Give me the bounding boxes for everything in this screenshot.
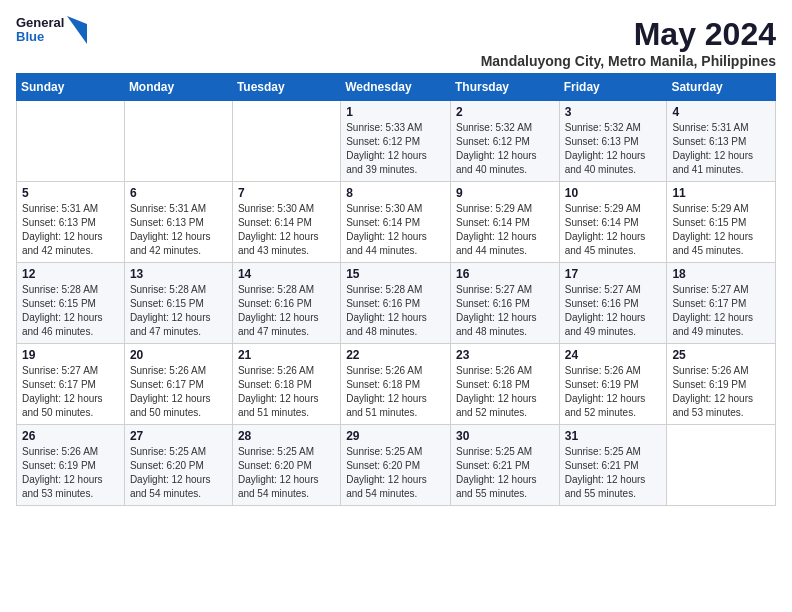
- day-info: Sunrise: 5:27 AM Sunset: 6:17 PM Dayligh…: [22, 364, 119, 420]
- logo-general: General: [16, 16, 64, 30]
- calendar-cell: 13Sunrise: 5:28 AM Sunset: 6:15 PM Dayli…: [124, 263, 232, 344]
- calendar-cell: 2Sunrise: 5:32 AM Sunset: 6:12 PM Daylig…: [450, 101, 559, 182]
- page-header: General Blue May 2024 Mandaluyong City, …: [16, 16, 776, 69]
- day-number: 25: [672, 348, 770, 362]
- day-number: 30: [456, 429, 554, 443]
- day-number: 28: [238, 429, 335, 443]
- calendar-cell: 5Sunrise: 5:31 AM Sunset: 6:13 PM Daylig…: [17, 182, 125, 263]
- svg-marker-0: [67, 16, 87, 44]
- day-number: 11: [672, 186, 770, 200]
- day-info: Sunrise: 5:31 AM Sunset: 6:13 PM Dayligh…: [130, 202, 227, 258]
- day-info: Sunrise: 5:27 AM Sunset: 6:16 PM Dayligh…: [565, 283, 662, 339]
- calendar-cell: [124, 101, 232, 182]
- calendar-cell: 4Sunrise: 5:31 AM Sunset: 6:13 PM Daylig…: [667, 101, 776, 182]
- day-info: Sunrise: 5:30 AM Sunset: 6:14 PM Dayligh…: [346, 202, 445, 258]
- day-number: 22: [346, 348, 445, 362]
- day-info: Sunrise: 5:29 AM Sunset: 6:15 PM Dayligh…: [672, 202, 770, 258]
- day-number: 1: [346, 105, 445, 119]
- day-number: 15: [346, 267, 445, 281]
- calendar-cell: 22Sunrise: 5:26 AM Sunset: 6:18 PM Dayli…: [341, 344, 451, 425]
- day-number: 27: [130, 429, 227, 443]
- day-info: Sunrise: 5:31 AM Sunset: 6:13 PM Dayligh…: [672, 121, 770, 177]
- calendar-cell: 15Sunrise: 5:28 AM Sunset: 6:16 PM Dayli…: [341, 263, 451, 344]
- day-info: Sunrise: 5:25 AM Sunset: 6:21 PM Dayligh…: [456, 445, 554, 501]
- logo-blue: Blue: [16, 30, 64, 44]
- day-info: Sunrise: 5:32 AM Sunset: 6:12 PM Dayligh…: [456, 121, 554, 177]
- day-info: Sunrise: 5:25 AM Sunset: 6:21 PM Dayligh…: [565, 445, 662, 501]
- calendar-cell: 30Sunrise: 5:25 AM Sunset: 6:21 PM Dayli…: [450, 425, 559, 506]
- day-number: 29: [346, 429, 445, 443]
- day-info: Sunrise: 5:31 AM Sunset: 6:13 PM Dayligh…: [22, 202, 119, 258]
- calendar-cell: 31Sunrise: 5:25 AM Sunset: 6:21 PM Dayli…: [559, 425, 667, 506]
- day-info: Sunrise: 5:29 AM Sunset: 6:14 PM Dayligh…: [456, 202, 554, 258]
- day-number: 10: [565, 186, 662, 200]
- logo-icon: [67, 16, 87, 44]
- day-info: Sunrise: 5:25 AM Sunset: 6:20 PM Dayligh…: [238, 445, 335, 501]
- calendar-cell: 8Sunrise: 5:30 AM Sunset: 6:14 PM Daylig…: [341, 182, 451, 263]
- location-subtitle: Mandaluyong City, Metro Manila, Philippi…: [481, 53, 776, 69]
- calendar-cell: [667, 425, 776, 506]
- day-number: 14: [238, 267, 335, 281]
- month-year-title: May 2024: [481, 16, 776, 53]
- calendar-week-row: 1Sunrise: 5:33 AM Sunset: 6:12 PM Daylig…: [17, 101, 776, 182]
- calendar-cell: 6Sunrise: 5:31 AM Sunset: 6:13 PM Daylig…: [124, 182, 232, 263]
- day-info: Sunrise: 5:26 AM Sunset: 6:19 PM Dayligh…: [565, 364, 662, 420]
- calendar-table: SundayMondayTuesdayWednesdayThursdayFrid…: [16, 73, 776, 506]
- calendar-week-row: 12Sunrise: 5:28 AM Sunset: 6:15 PM Dayli…: [17, 263, 776, 344]
- day-number: 12: [22, 267, 119, 281]
- title-block: May 2024 Mandaluyong City, Metro Manila,…: [481, 16, 776, 69]
- col-header-tuesday: Tuesday: [232, 74, 340, 101]
- calendar-cell: 28Sunrise: 5:25 AM Sunset: 6:20 PM Dayli…: [232, 425, 340, 506]
- day-info: Sunrise: 5:27 AM Sunset: 6:17 PM Dayligh…: [672, 283, 770, 339]
- day-info: Sunrise: 5:26 AM Sunset: 6:18 PM Dayligh…: [456, 364, 554, 420]
- day-number: 7: [238, 186, 335, 200]
- day-info: Sunrise: 5:30 AM Sunset: 6:14 PM Dayligh…: [238, 202, 335, 258]
- day-number: 4: [672, 105, 770, 119]
- calendar-cell: 11Sunrise: 5:29 AM Sunset: 6:15 PM Dayli…: [667, 182, 776, 263]
- day-number: 23: [456, 348, 554, 362]
- calendar-week-row: 5Sunrise: 5:31 AM Sunset: 6:13 PM Daylig…: [17, 182, 776, 263]
- calendar-cell: 18Sunrise: 5:27 AM Sunset: 6:17 PM Dayli…: [667, 263, 776, 344]
- day-info: Sunrise: 5:29 AM Sunset: 6:14 PM Dayligh…: [565, 202, 662, 258]
- day-number: 18: [672, 267, 770, 281]
- col-header-monday: Monday: [124, 74, 232, 101]
- day-info: Sunrise: 5:27 AM Sunset: 6:16 PM Dayligh…: [456, 283, 554, 339]
- day-info: Sunrise: 5:28 AM Sunset: 6:15 PM Dayligh…: [22, 283, 119, 339]
- calendar-cell: 12Sunrise: 5:28 AM Sunset: 6:15 PM Dayli…: [17, 263, 125, 344]
- calendar-cell: 16Sunrise: 5:27 AM Sunset: 6:16 PM Dayli…: [450, 263, 559, 344]
- day-info: Sunrise: 5:26 AM Sunset: 6:19 PM Dayligh…: [22, 445, 119, 501]
- day-number: 17: [565, 267, 662, 281]
- calendar-cell: 9Sunrise: 5:29 AM Sunset: 6:14 PM Daylig…: [450, 182, 559, 263]
- calendar-cell: 14Sunrise: 5:28 AM Sunset: 6:16 PM Dayli…: [232, 263, 340, 344]
- calendar-cell: 24Sunrise: 5:26 AM Sunset: 6:19 PM Dayli…: [559, 344, 667, 425]
- day-number: 20: [130, 348, 227, 362]
- day-info: Sunrise: 5:25 AM Sunset: 6:20 PM Dayligh…: [346, 445, 445, 501]
- calendar-cell: 23Sunrise: 5:26 AM Sunset: 6:18 PM Dayli…: [450, 344, 559, 425]
- calendar-cell: 17Sunrise: 5:27 AM Sunset: 6:16 PM Dayli…: [559, 263, 667, 344]
- day-number: 3: [565, 105, 662, 119]
- calendar-cell: 19Sunrise: 5:27 AM Sunset: 6:17 PM Dayli…: [17, 344, 125, 425]
- col-header-sunday: Sunday: [17, 74, 125, 101]
- day-number: 13: [130, 267, 227, 281]
- day-info: Sunrise: 5:26 AM Sunset: 6:17 PM Dayligh…: [130, 364, 227, 420]
- col-header-friday: Friday: [559, 74, 667, 101]
- day-number: 24: [565, 348, 662, 362]
- calendar-cell: 20Sunrise: 5:26 AM Sunset: 6:17 PM Dayli…: [124, 344, 232, 425]
- day-info: Sunrise: 5:26 AM Sunset: 6:18 PM Dayligh…: [346, 364, 445, 420]
- calendar-cell: 21Sunrise: 5:26 AM Sunset: 6:18 PM Dayli…: [232, 344, 340, 425]
- calendar-week-row: 19Sunrise: 5:27 AM Sunset: 6:17 PM Dayli…: [17, 344, 776, 425]
- day-number: 26: [22, 429, 119, 443]
- day-info: Sunrise: 5:25 AM Sunset: 6:20 PM Dayligh…: [130, 445, 227, 501]
- day-number: 2: [456, 105, 554, 119]
- calendar-cell: 27Sunrise: 5:25 AM Sunset: 6:20 PM Dayli…: [124, 425, 232, 506]
- calendar-header-row: SundayMondayTuesdayWednesdayThursdayFrid…: [17, 74, 776, 101]
- col-header-thursday: Thursday: [450, 74, 559, 101]
- calendar-cell: 29Sunrise: 5:25 AM Sunset: 6:20 PM Dayli…: [341, 425, 451, 506]
- day-info: Sunrise: 5:28 AM Sunset: 6:16 PM Dayligh…: [346, 283, 445, 339]
- day-number: 19: [22, 348, 119, 362]
- day-info: Sunrise: 5:33 AM Sunset: 6:12 PM Dayligh…: [346, 121, 445, 177]
- calendar-week-row: 26Sunrise: 5:26 AM Sunset: 6:19 PM Dayli…: [17, 425, 776, 506]
- calendar-cell: 7Sunrise: 5:30 AM Sunset: 6:14 PM Daylig…: [232, 182, 340, 263]
- day-info: Sunrise: 5:32 AM Sunset: 6:13 PM Dayligh…: [565, 121, 662, 177]
- day-info: Sunrise: 5:28 AM Sunset: 6:16 PM Dayligh…: [238, 283, 335, 339]
